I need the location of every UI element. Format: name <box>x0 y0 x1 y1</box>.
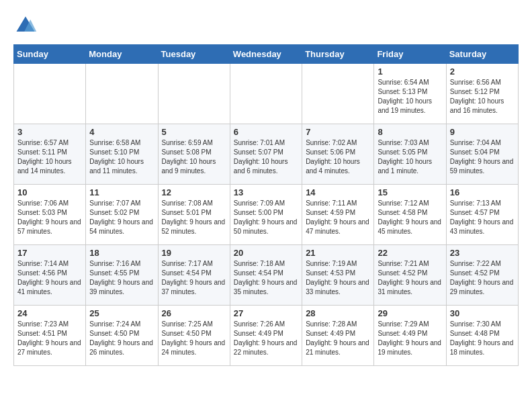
day-number: 26 <box>162 308 226 318</box>
day-number: 5 <box>162 127 226 137</box>
calendar-cell <box>14 64 86 124</box>
calendar-cell <box>302 64 374 124</box>
day-number: 28 <box>306 308 370 318</box>
calendar-cell: 28Sunrise: 7:28 AM Sunset: 4:49 PM Dayli… <box>302 306 374 366</box>
day-number: 29 <box>378 308 442 318</box>
calendar-cell: 16Sunrise: 7:13 AM Sunset: 4:57 PM Dayli… <box>446 185 518 245</box>
day-number: 30 <box>450 308 515 318</box>
day-info: Sunrise: 7:04 AM Sunset: 5:04 PM Dayligh… <box>450 138 515 176</box>
page-header <box>13 13 519 38</box>
day-info: Sunrise: 7:16 AM Sunset: 4:55 PM Dayligh… <box>89 259 154 297</box>
logo-icon <box>13 13 38 38</box>
day-number: 10 <box>17 187 82 197</box>
day-info: Sunrise: 7:26 AM Sunset: 4:49 PM Dayligh… <box>234 320 298 357</box>
calendar-cell: 20Sunrise: 7:18 AM Sunset: 4:54 PM Dayli… <box>230 245 302 306</box>
day-info: Sunrise: 6:57 AM Sunset: 5:11 PM Dayligh… <box>17 138 82 176</box>
day-info: Sunrise: 7:13 AM Sunset: 4:57 PM Dayligh… <box>450 199 515 236</box>
calendar-cell: 22Sunrise: 7:21 AM Sunset: 4:52 PM Dayli… <box>374 245 446 306</box>
day-number: 21 <box>306 248 370 258</box>
calendar-body: 1Sunrise: 6:54 AM Sunset: 5:13 PM Daylig… <box>14 64 519 366</box>
weekday-header: Sunday <box>14 45 86 64</box>
day-number: 24 <box>17 308 82 318</box>
day-info: Sunrise: 6:56 AM Sunset: 5:12 PM Dayligh… <box>450 78 515 116</box>
day-number: 19 <box>162 248 226 258</box>
calendar-cell: 12Sunrise: 7:08 AM Sunset: 5:01 PM Dayli… <box>158 185 230 245</box>
calendar-cell: 5Sunrise: 6:59 AM Sunset: 5:08 PM Daylig… <box>158 124 230 185</box>
day-number: 4 <box>89 127 154 137</box>
day-info: Sunrise: 7:03 AM Sunset: 5:05 PM Dayligh… <box>378 138 442 176</box>
calendar-cell: 15Sunrise: 7:12 AM Sunset: 4:58 PM Dayli… <box>374 185 446 245</box>
calendar-cell: 11Sunrise: 7:07 AM Sunset: 5:02 PM Dayli… <box>86 185 158 245</box>
day-info: Sunrise: 7:08 AM Sunset: 5:01 PM Dayligh… <box>162 199 226 236</box>
calendar-week-row: 1Sunrise: 6:54 AM Sunset: 5:13 PM Daylig… <box>14 64 519 124</box>
day-number: 13 <box>234 187 298 197</box>
day-number: 14 <box>306 187 370 197</box>
logo <box>13 13 42 38</box>
day-info: Sunrise: 7:28 AM Sunset: 4:49 PM Dayligh… <box>306 320 370 357</box>
day-number: 8 <box>378 127 442 137</box>
calendar-cell: 17Sunrise: 7:14 AM Sunset: 4:56 PM Dayli… <box>14 245 86 306</box>
day-number: 25 <box>89 308 154 318</box>
day-info: Sunrise: 7:18 AM Sunset: 4:54 PM Dayligh… <box>234 259 298 297</box>
calendar-cell: 24Sunrise: 7:23 AM Sunset: 4:51 PM Dayli… <box>14 306 86 366</box>
calendar-cell: 21Sunrise: 7:19 AM Sunset: 4:53 PM Dayli… <box>302 245 374 306</box>
calendar-week-row: 3Sunrise: 6:57 AM Sunset: 5:11 PM Daylig… <box>14 124 519 185</box>
calendar-week-row: 10Sunrise: 7:06 AM Sunset: 5:03 PM Dayli… <box>14 185 519 245</box>
day-info: Sunrise: 6:58 AM Sunset: 5:10 PM Dayligh… <box>89 138 154 176</box>
calendar-cell: 13Sunrise: 7:09 AM Sunset: 5:00 PM Dayli… <box>230 185 302 245</box>
day-info: Sunrise: 7:23 AM Sunset: 4:51 PM Dayligh… <box>17 320 82 357</box>
day-number: 20 <box>234 248 298 258</box>
day-number: 18 <box>89 248 154 258</box>
day-info: Sunrise: 7:29 AM Sunset: 4:49 PM Dayligh… <box>378 320 442 357</box>
weekday-header: Wednesday <box>230 45 302 64</box>
calendar-cell: 19Sunrise: 7:17 AM Sunset: 4:54 PM Dayli… <box>158 245 230 306</box>
weekday-header: Saturday <box>446 45 518 64</box>
calendar-cell: 26Sunrise: 7:25 AM Sunset: 4:50 PM Dayli… <box>158 306 230 366</box>
calendar-cell: 1Sunrise: 6:54 AM Sunset: 5:13 PM Daylig… <box>374 64 446 124</box>
calendar-week-row: 24Sunrise: 7:23 AM Sunset: 4:51 PM Dayli… <box>14 306 519 366</box>
day-info: Sunrise: 7:12 AM Sunset: 4:58 PM Dayligh… <box>378 199 442 236</box>
day-number: 7 <box>306 127 370 137</box>
day-info: Sunrise: 7:24 AM Sunset: 4:50 PM Dayligh… <box>89 320 154 357</box>
calendar-cell: 9Sunrise: 7:04 AM Sunset: 5:04 PM Daylig… <box>446 124 518 185</box>
calendar-cell <box>86 64 158 124</box>
day-info: Sunrise: 7:25 AM Sunset: 4:50 PM Dayligh… <box>162 320 226 357</box>
day-info: Sunrise: 6:54 AM Sunset: 5:13 PM Dayligh… <box>378 78 442 116</box>
day-number: 22 <box>378 248 442 258</box>
weekday-header: Monday <box>86 45 158 64</box>
day-number: 1 <box>378 66 442 77</box>
day-number: 11 <box>89 187 154 197</box>
calendar-cell: 27Sunrise: 7:26 AM Sunset: 4:49 PM Dayli… <box>230 306 302 366</box>
calendar-cell <box>158 64 230 124</box>
calendar-cell: 25Sunrise: 7:24 AM Sunset: 4:50 PM Dayli… <box>86 306 158 366</box>
weekday-header: Thursday <box>302 45 374 64</box>
calendar-cell: 10Sunrise: 7:06 AM Sunset: 5:03 PM Dayli… <box>14 185 86 245</box>
calendar-cell: 4Sunrise: 6:58 AM Sunset: 5:10 PM Daylig… <box>86 124 158 185</box>
calendar-cell: 6Sunrise: 7:01 AM Sunset: 5:07 PM Daylig… <box>230 124 302 185</box>
weekday-header: Friday <box>374 45 446 64</box>
calendar-header: SundayMondayTuesdayWednesdayThursdayFrid… <box>14 45 519 64</box>
day-info: Sunrise: 7:30 AM Sunset: 4:48 PM Dayligh… <box>450 320 515 357</box>
day-info: Sunrise: 7:07 AM Sunset: 5:02 PM Dayligh… <box>89 199 154 236</box>
day-info: Sunrise: 7:17 AM Sunset: 4:54 PM Dayligh… <box>162 259 226 297</box>
day-number: 3 <box>17 127 82 137</box>
day-info: Sunrise: 7:14 AM Sunset: 4:56 PM Dayligh… <box>17 259 82 297</box>
day-number: 16 <box>450 187 515 197</box>
day-info: Sunrise: 6:59 AM Sunset: 5:08 PM Dayligh… <box>162 138 226 176</box>
calendar-cell: 30Sunrise: 7:30 AM Sunset: 4:48 PM Dayli… <box>446 306 518 366</box>
weekday-header-row: SundayMondayTuesdayWednesdayThursdayFrid… <box>14 45 519 64</box>
calendar-cell: 7Sunrise: 7:02 AM Sunset: 5:06 PM Daylig… <box>302 124 374 185</box>
calendar-cell: 2Sunrise: 6:56 AM Sunset: 5:12 PM Daylig… <box>446 64 518 124</box>
day-info: Sunrise: 7:19 AM Sunset: 4:53 PM Dayligh… <box>306 259 370 297</box>
day-info: Sunrise: 7:09 AM Sunset: 5:00 PM Dayligh… <box>234 199 298 236</box>
day-number: 17 <box>17 248 82 258</box>
day-number: 23 <box>450 248 515 258</box>
day-info: Sunrise: 7:06 AM Sunset: 5:03 PM Dayligh… <box>17 199 82 236</box>
calendar-cell: 14Sunrise: 7:11 AM Sunset: 4:59 PM Dayli… <box>302 185 374 245</box>
calendar-cell: 8Sunrise: 7:03 AM Sunset: 5:05 PM Daylig… <box>374 124 446 185</box>
day-info: Sunrise: 7:01 AM Sunset: 5:07 PM Dayligh… <box>234 138 298 176</box>
calendar-cell: 3Sunrise: 6:57 AM Sunset: 5:11 PM Daylig… <box>14 124 86 185</box>
day-number: 9 <box>450 127 515 137</box>
calendar-week-row: 17Sunrise: 7:14 AM Sunset: 4:56 PM Dayli… <box>14 245 519 306</box>
day-number: 15 <box>378 187 442 197</box>
